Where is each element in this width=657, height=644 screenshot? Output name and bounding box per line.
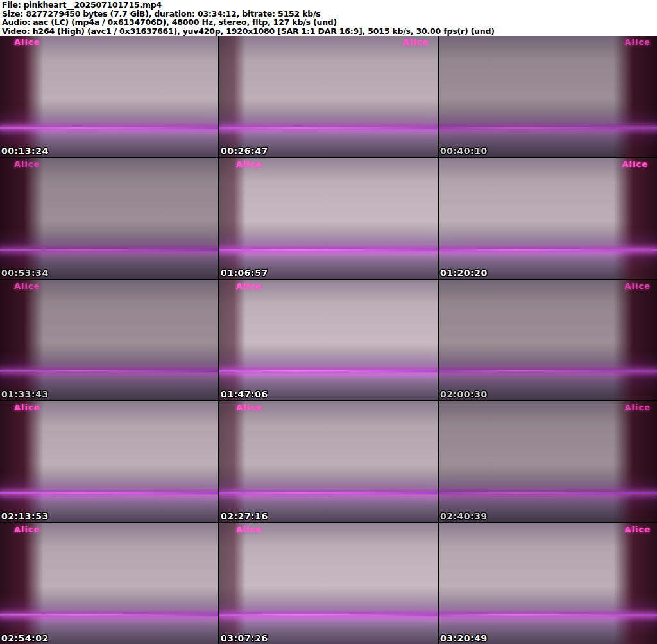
video-thumbnail: Alice 00:13:24 <box>0 36 218 157</box>
video-thumbnail: Alice 03:20:49 <box>439 523 657 644</box>
video-thumbnail: Alice 00:53:34 <box>0 158 218 279</box>
timestamp-overlay: 02:40:39 <box>440 511 488 521</box>
video-thumbnail: Alice 02:40:39 <box>439 401 657 522</box>
timestamp-overlay: 01:47:06 <box>221 389 268 399</box>
alice-watermark: Alice <box>14 525 40 534</box>
timestamp-overlay: 00:13:24 <box>1 146 49 156</box>
metadata-header: File: pinkheart__202507101715.mp4 Size: … <box>0 0 657 36</box>
timestamp-overlay: 00:26:47 <box>221 146 268 156</box>
file-info-line: File: pinkheart__202507101715.mp4 <box>2 1 655 10</box>
timestamp-overlay: 01:33:43 <box>1 389 49 399</box>
size-info-line: Size: 8277279450 bytes (7.7 GiB), durati… <box>2 10 655 19</box>
video-thumbnail: Alice 01:47:06 <box>219 280 438 401</box>
timestamp-overlay: 02:13:53 <box>1 511 49 521</box>
video-thumbnail: Alice 02:13:53 <box>0 401 218 522</box>
alice-watermark: Alice <box>625 525 651 534</box>
video-info-line: Video: h264 (High) (avc1 / 0x31637661), … <box>2 27 655 36</box>
alice-watermark: Alice <box>236 403 262 412</box>
thumbnail-grid: Alice 00:13:24 Alice 00:26:47 Alice 00:4… <box>0 36 657 644</box>
alice-watermark: Alice <box>625 281 651 291</box>
alice-watermark: Alice <box>236 159 262 169</box>
timestamp-overlay: 03:07:26 <box>221 633 268 643</box>
timestamp-overlay: 02:27:16 <box>221 511 268 521</box>
timestamp-overlay: 01:20:20 <box>440 268 488 278</box>
video-thumbnail: Alice 01:20:20 <box>439 158 657 279</box>
alice-watermark: Alice <box>403 37 429 47</box>
timestamp-overlay: 03:20:49 <box>440 633 488 643</box>
audio-info-line: Audio: aac (LC) (mp4a / 0x6134706D), 480… <box>2 18 655 27</box>
alice-watermark: Alice <box>236 525 262 534</box>
timestamp-overlay: 00:53:34 <box>1 268 49 278</box>
video-thumbnail: Alice 01:33:43 <box>0 280 218 401</box>
video-thumbnail: Alice 01:06:57 <box>219 158 438 279</box>
alice-watermark: Alice <box>625 37 651 47</box>
timestamp-overlay: 02:00:30 <box>440 389 488 399</box>
video-thumbnail: Alice 02:00:30 <box>439 280 657 401</box>
alice-watermark: Alice <box>14 281 40 291</box>
alice-watermark: Alice <box>236 281 262 291</box>
timestamp-overlay: 02:54:02 <box>1 633 49 643</box>
alice-watermark: Alice <box>625 403 651 412</box>
video-thumbnail: Alice 03:07:26 <box>219 523 438 644</box>
video-thumbnail: Alice 00:26:47 <box>219 36 438 157</box>
alice-watermark: Alice <box>14 159 40 169</box>
video-thumbnail: Alice 02:54:02 <box>0 523 218 644</box>
video-thumbnail: Alice 00:40:10 <box>439 36 657 157</box>
timestamp-overlay: 01:06:57 <box>221 268 268 278</box>
video-thumbnail: Alice 02:27:16 <box>219 401 438 522</box>
alice-watermark: Alice <box>14 37 40 47</box>
alice-watermark: Alice <box>622 159 649 169</box>
alice-watermark: Alice <box>14 403 40 412</box>
timestamp-overlay: 00:40:10 <box>440 146 488 156</box>
